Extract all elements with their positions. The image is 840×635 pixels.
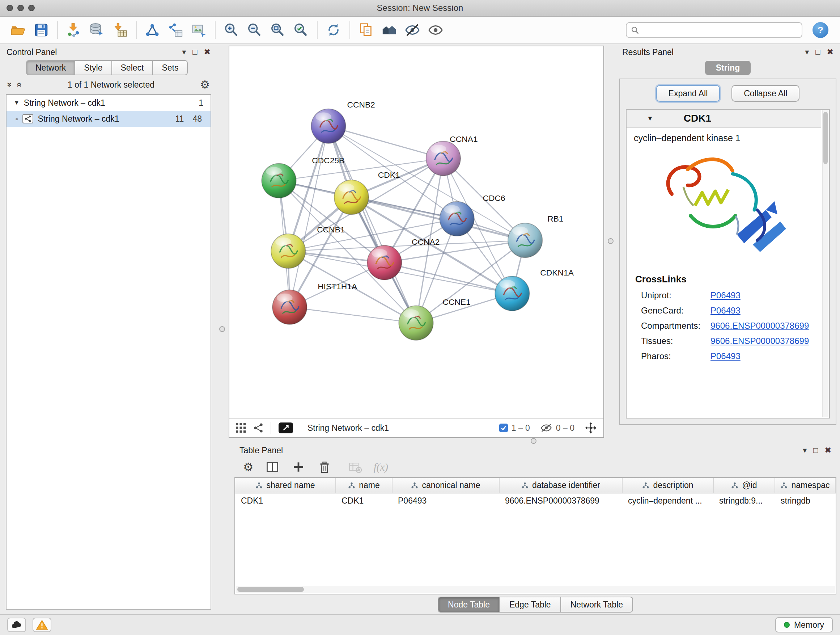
import-network-file-button[interactable] (63, 19, 85, 41)
cell-name[interactable]: CDK1 (336, 493, 392, 508)
uniprot-link[interactable]: P06493 (711, 288, 741, 303)
tab-network-table[interactable]: Network Table (561, 597, 633, 613)
network-node-cdk1[interactable] (334, 180, 369, 214)
search-field[interactable] (626, 22, 802, 38)
collapse-all-button[interactable]: Collapse All (731, 85, 799, 102)
home-view-button[interactable] (378, 19, 400, 41)
refresh-layout-button[interactable] (323, 19, 344, 41)
cell-canonical-name[interactable]: P06493 (392, 493, 499, 508)
grid-icon[interactable] (236, 423, 246, 433)
cell-description[interactable]: cyclin–dependent ... (622, 493, 714, 508)
share-network-icon[interactable] (253, 423, 264, 433)
tab-edge-table[interactable]: Edge Table (500, 597, 561, 613)
column-header-id[interactable]: @id (714, 478, 775, 493)
open-file-button[interactable] (7, 19, 29, 41)
network-collection-row[interactable]: ▼ String Network – cdk1 1 (6, 95, 210, 111)
network-node-ccnb2[interactable] (311, 109, 346, 143)
panel-float-icon[interactable]: □ (813, 447, 818, 454)
pharos-link[interactable]: P06493 (711, 348, 741, 364)
tree-expander-icon[interactable]: ▼ (14, 100, 19, 106)
tab-sets[interactable]: Sets (153, 60, 188, 75)
new-network-selection-button[interactable] (142, 19, 164, 41)
control-panel-splitter[interactable] (216, 44, 229, 614)
gene-header[interactable]: ▼ CDK1 (627, 110, 821, 128)
collapse-all-icon[interactable]: » (5, 82, 14, 87)
panel-close-icon[interactable]: ✖ (827, 48, 834, 56)
panel-float-icon[interactable]: □ (815, 48, 820, 56)
zoom-selected-button[interactable] (290, 19, 312, 41)
genecard-link[interactable]: P06493 (711, 303, 741, 318)
help-button[interactable]: ? (813, 22, 829, 38)
import-table-button[interactable] (109, 19, 131, 41)
create-column-button[interactable] (291, 460, 306, 474)
results-panel-splitter[interactable] (604, 44, 617, 438)
search-input[interactable] (643, 25, 797, 35)
expand-all-icon[interactable]: « (15, 82, 24, 87)
delete-column-button[interactable] (317, 460, 332, 474)
panel-menu-icon[interactable]: ▾ (182, 48, 186, 56)
zoom-window-button[interactable] (28, 5, 35, 11)
network-node-ccna1[interactable] (426, 141, 461, 176)
tab-node-table[interactable]: Node Table (438, 597, 500, 613)
column-header-shared-name[interactable]: shared name (235, 478, 336, 493)
hide-selected-button[interactable] (401, 19, 423, 41)
zoom-in-button[interactable] (221, 19, 242, 41)
compartments-link[interactable]: 9606.ENSP00000378699 (711, 318, 809, 333)
network-node-hist1h1a[interactable] (272, 290, 307, 325)
table-row[interactable]: CDK1 CDK1 P06493 9606.ENSP00000378699 cy… (235, 493, 835, 508)
network-node-ccne1[interactable] (399, 306, 433, 340)
pan-crosshair-icon[interactable] (584, 422, 597, 434)
cell-namespace[interactable]: stringdb (775, 493, 835, 508)
houses-icon (381, 22, 398, 38)
export-image-button[interactable] (188, 19, 210, 41)
cloud-status-button[interactable] (7, 618, 26, 632)
network-row-selected[interactable]: ● String Network – cdk1 11 48 (6, 111, 210, 127)
import-network-database-button[interactable] (86, 19, 108, 41)
cell-id[interactable]: stringdb:9... (714, 493, 775, 508)
panel-menu-icon[interactable]: ▾ (803, 447, 807, 454)
network-canvas[interactable]: CCNB2CCNA1CDC25BCDK1CDC6RB1CCNB1CCNA2CDK… (229, 46, 603, 418)
column-header-description[interactable]: description (622, 478, 714, 493)
tab-network[interactable]: Network (26, 60, 75, 75)
minimize-window-button[interactable] (17, 5, 24, 11)
panel-close-icon[interactable]: ✖ (825, 447, 831, 454)
close-window-button[interactable] (6, 5, 13, 11)
new-network-table-button[interactable] (165, 19, 187, 41)
table-options-gear-icon[interactable]: ⚙ (243, 461, 254, 473)
network-options-gear-icon[interactable]: ⚙ (200, 79, 210, 90)
warnings-button[interactable] (33, 618, 51, 632)
cell-shared-name[interactable]: CDK1 (235, 493, 336, 508)
fit-content-button[interactable] (279, 423, 293, 433)
network-node-cdc25b[interactable] (262, 163, 296, 198)
panel-menu-icon[interactable]: ▾ (805, 48, 809, 56)
show-columns-button[interactable] (265, 460, 279, 474)
panel-float-icon[interactable]: □ (193, 48, 197, 56)
network-node-ccna2[interactable] (367, 245, 401, 280)
results-scrollbar[interactable] (822, 111, 829, 417)
zoom-out-button[interactable] (244, 19, 265, 41)
expand-all-button[interactable]: Expand All (656, 85, 720, 102)
panel-close-icon[interactable]: ✖ (204, 48, 210, 56)
string-results-tab[interactable]: String (705, 61, 751, 75)
cell-database-identifier[interactable]: 9606.ENSP00000378699 (499, 493, 622, 508)
network-node-cdkn1a[interactable] (495, 276, 529, 310)
tissues-link[interactable]: 9606.ENSP00000378699 (711, 333, 809, 348)
memory-button[interactable]: Memory (775, 617, 833, 632)
table-horizontal-scrollbar[interactable] (236, 586, 835, 593)
network-node-rb1[interactable] (508, 223, 542, 257)
column-header-name[interactable]: name (336, 478, 392, 493)
tab-style[interactable]: Style (75, 60, 112, 75)
table-panel-splitter[interactable] (229, 438, 838, 444)
clone-network-button[interactable] (355, 19, 377, 41)
tab-select[interactable]: Select (112, 60, 153, 75)
column-header-canonical-name[interactable]: canonical name (392, 478, 499, 493)
column-header-namespace[interactable]: namespac (775, 478, 835, 493)
network-node-cdc6[interactable] (439, 202, 474, 236)
show-all-button[interactable] (425, 19, 447, 41)
network-node-ccnb1[interactable] (271, 234, 305, 268)
column-header-database-identifier[interactable]: database identifier (499, 478, 622, 493)
selected-checkbox-icon[interactable] (499, 424, 508, 432)
gene-expander-icon[interactable]: ▼ (647, 115, 653, 122)
save-session-button[interactable] (30, 19, 52, 41)
zoom-fit-button[interactable] (267, 19, 289, 41)
